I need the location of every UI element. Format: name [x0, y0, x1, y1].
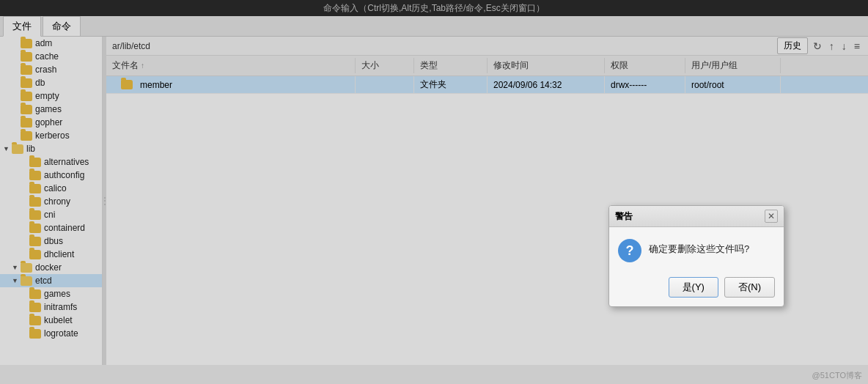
dialog-buttons: 是(Y) 否(N) [609, 271, 784, 306]
dialog-close-button[interactable]: ✕ [765, 210, 778, 223]
dialog-title-bar: 警告 ✕ [609, 206, 784, 227]
warning-dialog: 警告 ✕ ? 确定要删除这些文件吗? 是(Y) 否(N) [608, 205, 784, 307]
dialog-question-icon: ? [618, 239, 641, 262]
dialog-body: ? 确定要删除这些文件吗? [609, 227, 784, 271]
dialog-title: 警告 [615, 210, 633, 223]
dialog-yes-button[interactable]: 是(Y) [669, 277, 718, 298]
dialog-no-button[interactable]: 否(N) [724, 277, 775, 298]
dialog-overlay [0, 0, 868, 384]
dialog-message: 确定要删除这些文件吗? [649, 239, 749, 256]
